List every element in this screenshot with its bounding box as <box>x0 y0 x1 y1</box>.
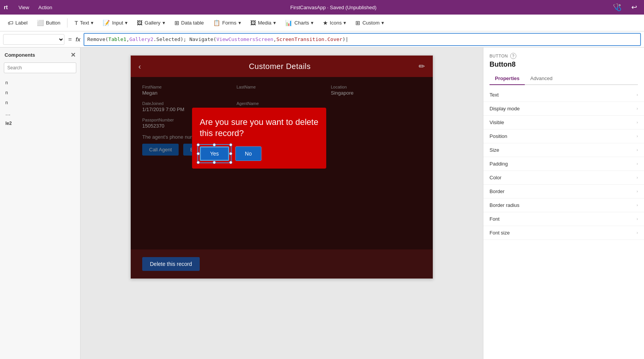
prop-visible-label: Visible <box>490 120 634 125</box>
prop-display-mode-label: Display mode <box>490 106 634 111</box>
tab-properties[interactable]: Properties <box>490 72 525 85</box>
no-button[interactable]: No <box>235 146 261 161</box>
component-name: Button8 <box>490 61 638 69</box>
component-type: BUTTON ? <box>490 53 638 59</box>
app-content: FirstName Megan LastName Location Singap… <box>131 77 433 249</box>
toolbar-forms[interactable]: 📋 Forms ▾ <box>209 18 245 28</box>
label-icon: 🏷 <box>8 20 13 26</box>
input-dropdown-icon: ▾ <box>125 20 128 26</box>
toolbar: 🏷 Label ⬜ Button T Text ▾ 📝 Input ▾ 🖼 Ga… <box>0 15 644 31</box>
confirm-dialog: Are you sure you want to delete this rec… <box>192 108 326 169</box>
app-footer: Delete this record <box>131 249 433 279</box>
formula-table1: Table1 <box>108 36 127 42</box>
media-dropdown-icon: ▾ <box>273 20 276 26</box>
icons-dropdown-icon: ▾ <box>343 20 346 26</box>
datatable-icon: ⊞ <box>174 20 179 26</box>
toolbar-custom[interactable]: ⊞ Custom ▾ <box>352 18 388 28</box>
custom-dropdown-icon: ▾ <box>381 20 384 26</box>
prop-font-size[interactable]: Font size › <box>483 226 644 240</box>
right-panel: BUTTON ? Button8 Properties Advanced Tex… <box>483 48 644 359</box>
toolbar-input[interactable]: 📝 Input ▾ <box>99 18 131 28</box>
prop-color-label: Color <box>490 175 634 180</box>
panel-item-1[interactable]: n <box>0 78 80 88</box>
divider-1 <box>67 18 67 28</box>
tab-advanced[interactable]: Advanced <box>525 72 558 85</box>
top-bar: rt View Action FirstCanvasApp · Saved (U… <box>0 0 644 15</box>
equals-sign: = <box>67 36 73 43</box>
yes-button[interactable]: Yes <box>200 146 229 161</box>
right-panel-header: BUTTON ? Button8 <box>483 48 644 72</box>
right-panel-tabs: Properties Advanced <box>490 72 638 85</box>
toolbar-button[interactable]: ⬜ Button <box>33 18 64 28</box>
handle-bl <box>197 161 200 164</box>
prop-position[interactable]: Position › <box>483 130 644 143</box>
prop-display-mode-arrow: › <box>637 107 638 111</box>
toolbar-icons[interactable]: ★ Icons ▾ <box>319 18 350 28</box>
prop-padding[interactable]: Padding › <box>483 157 644 171</box>
forms-icon: 📋 <box>213 20 220 26</box>
prop-font-size-arrow: › <box>637 231 638 235</box>
prop-color[interactable]: Color › <box>483 171 644 185</box>
input-icon: 📝 <box>103 20 110 26</box>
prop-font[interactable]: Font › <box>483 212 644 226</box>
close-panel-button[interactable]: ✕ <box>71 51 76 59</box>
help-icon[interactable]: ? <box>510 53 516 59</box>
formula-input[interactable]: Remove(Table1, Gallery2.Selected); Navig… <box>84 33 641 46</box>
canvas-area: ‹ Customer Details ✏ FirstName Megan Las… <box>80 48 483 359</box>
prop-padding-label: Padding <box>490 161 634 167</box>
edit-button[interactable]: ✏ <box>419 62 425 71</box>
prop-border-radius[interactable]: Border radius › <box>483 198 644 212</box>
undo-icon[interactable]: ↩ <box>628 2 640 13</box>
formula-gallery2: Gallery2 <box>129 36 153 42</box>
prop-visible[interactable]: Visible › <box>483 116 644 130</box>
confirm-buttons: Yes No <box>200 146 319 161</box>
handle-tm <box>213 143 216 146</box>
top-bar-right: 🩺 ↩ <box>610 2 640 13</box>
component-search-input[interactable] <box>4 62 76 73</box>
prop-border-label: Border <box>490 189 634 194</box>
formula-screentransition: ScreenTransition.Cover <box>276 36 342 42</box>
toolbar-text[interactable]: T Text ▾ <box>71 18 97 28</box>
prop-size[interactable]: Size › <box>483 143 644 157</box>
handle-tl <box>197 143 200 146</box>
toolbar-charts[interactable]: 📊 Charts ▾ <box>281 18 317 28</box>
text-dropdown-icon: ▾ <box>91 20 94 26</box>
toolbar-media[interactable]: 🖼 Media ▾ <box>246 18 280 28</box>
forms-dropdown-icon: ▾ <box>238 20 241 26</box>
prop-size-arrow: › <box>637 148 638 152</box>
prop-visible-arrow: › <box>637 120 638 125</box>
custom-icon: ⊞ <box>355 20 360 26</box>
confirm-dialog-text: Are you sure you want to delete this rec… <box>200 117 319 139</box>
fx-icon: fx <box>76 36 80 43</box>
prop-padding-arrow: › <box>637 162 638 166</box>
app-frame: ‹ Customer Details ✏ FirstName Megan Las… <box>130 55 433 279</box>
app-brand: rt <box>4 4 8 10</box>
formula-viewscreen: ViewCustomersScreen <box>216 36 273 42</box>
back-button[interactable]: ‹ <box>138 62 141 71</box>
prop-display-mode[interactable]: Display mode › <box>483 102 644 116</box>
menu-action[interactable]: Action <box>34 2 57 13</box>
panel-item-3[interactable]: n <box>0 98 80 108</box>
toolbar-label[interactable]: 🏷 Label <box>4 18 31 28</box>
gallery-dropdown-icon: ▾ <box>163 20 165 26</box>
left-panel: Components ✕ n n n ... le2 <box>0 48 80 359</box>
prop-border[interactable]: Border › <box>483 185 644 198</box>
toolbar-datatable[interactable]: ⊞ Data table <box>171 18 208 28</box>
formula-remove: Remove( <box>87 36 108 42</box>
property-selector[interactable] <box>3 34 64 45</box>
properties-list: Text › Display mode › Visible › Position… <box>483 85 644 359</box>
yes-button-wrapper: Yes <box>200 146 229 161</box>
health-icon[interactable]: 🩺 <box>610 2 624 13</box>
handle-bm <box>213 161 216 164</box>
left-panel-header: Components ✕ <box>0 48 80 62</box>
menu-view[interactable]: View <box>14 2 34 13</box>
toolbar-gallery[interactable]: 🖼 Gallery ▾ <box>133 18 169 28</box>
app-title: FirstCanvasApp · Saved (Unpublished) <box>57 5 610 10</box>
more-options-button[interactable]: ... <box>0 108 80 119</box>
delete-record-button[interactable]: Delete this record <box>142 257 200 271</box>
gallery-icon: 🖼 <box>137 20 143 26</box>
prop-font-size-label: Font size <box>490 230 634 236</box>
handle-tr <box>229 143 232 146</box>
prop-text[interactable]: Text › <box>483 88 644 102</box>
panel-item-2[interactable]: n <box>0 88 80 98</box>
